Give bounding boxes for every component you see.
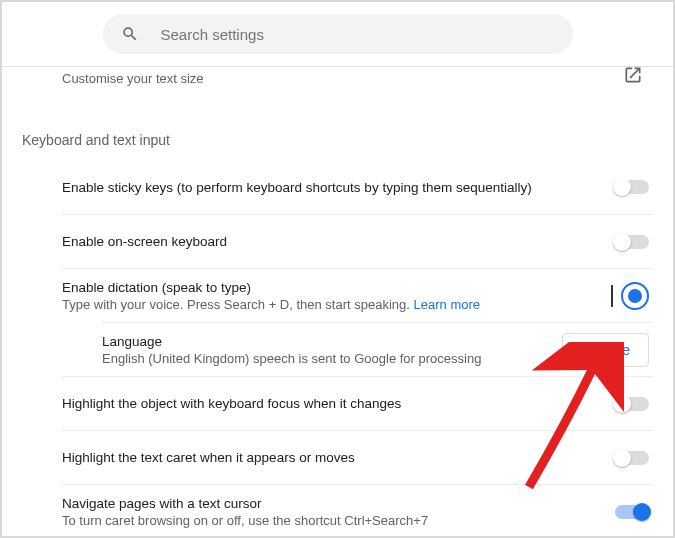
section-keyboard-title: Keyboard and text input — [22, 132, 653, 148]
change-button[interactable]: Change — [562, 333, 649, 367]
search-icon — [121, 25, 139, 43]
settings-content: Customise your text size Keyboard and te… — [2, 67, 673, 538]
row-language: Language English (United Kingdom) speech… — [102, 322, 653, 376]
settings-list: Enable sticky keys (to perform keyboard … — [62, 160, 653, 538]
row-focus-title: Highlight the object with keyboard focus… — [62, 396, 595, 411]
appearance-row-partial: Customise your text size — [22, 67, 653, 96]
toggle-sticky-keys[interactable] — [615, 180, 649, 194]
search-input[interactable] — [161, 26, 555, 43]
dictation-learn-more-link[interactable]: Learn more — [414, 297, 480, 312]
row-dictation: Enable dictation (speak to type) Type wi… — [62, 268, 653, 322]
row-dictation-sub: Type with your voice. Press Search + D, … — [62, 297, 591, 312]
row-osk-title: Enable on-screen keyboard — [62, 234, 595, 249]
toggle-navigate-cursor[interactable] — [615, 505, 649, 519]
open-external-icon[interactable] — [623, 65, 643, 88]
search-bar-area — [2, 2, 673, 67]
appearance-subtitle: Customise your text size — [62, 71, 204, 86]
row-caret-title: Highlight the text caret when it appears… — [62, 450, 595, 465]
row-language-sub: English (United Kingdom) speech is sent … — [102, 351, 542, 366]
toggle-onscreen-keyboard[interactable] — [615, 235, 649, 249]
toggle-highlight-focus[interactable] — [615, 397, 649, 411]
row-dictation-title: Enable dictation (speak to type) — [62, 280, 591, 295]
row-sticky-title: Enable sticky keys (to perform keyboard … — [62, 180, 595, 195]
row-language-title: Language — [102, 334, 542, 349]
row-onscreen-keyboard: Enable on-screen keyboard — [62, 214, 653, 268]
row-highlight-caret: Highlight the text caret when it appears… — [62, 430, 653, 484]
toggle-highlight-caret[interactable] — [615, 451, 649, 465]
search-input-wrap[interactable] — [103, 14, 573, 54]
text-caret-indicator — [611, 285, 613, 307]
toggle-dictation[interactable] — [621, 282, 649, 310]
row-navigate-title: Navigate pages with a text cursor — [62, 496, 595, 511]
row-sticky-keys: Enable sticky keys (to perform keyboard … — [62, 160, 653, 214]
row-navigate-sub: To turn caret browsing on or off, use th… — [62, 513, 595, 528]
row-navigate-cursor: Navigate pages with a text cursor To tur… — [62, 484, 653, 538]
row-highlight-focus: Highlight the object with keyboard focus… — [62, 376, 653, 430]
